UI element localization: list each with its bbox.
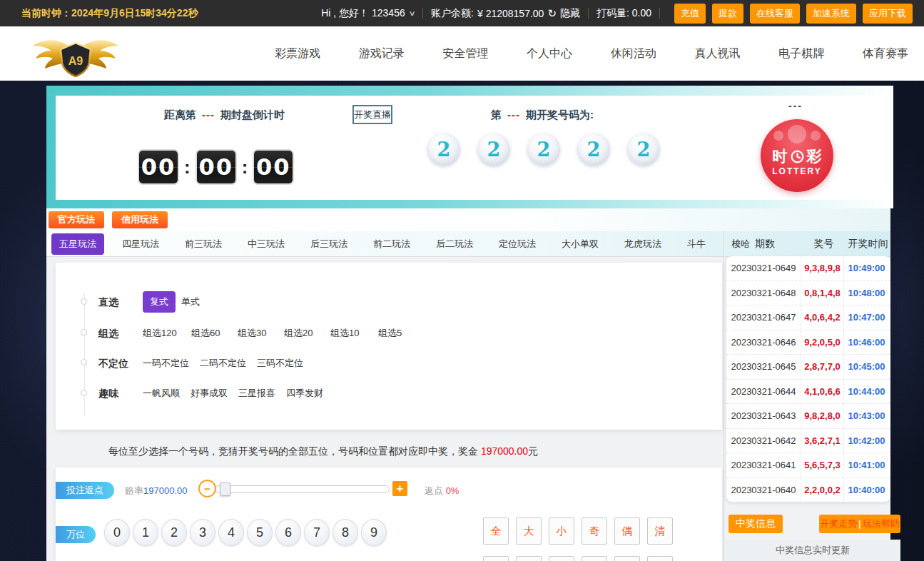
- tab-front-two[interactable]: 前二玩法: [365, 233, 418, 255]
- number-0[interactable]: 0: [104, 519, 130, 546]
- option-one-code[interactable]: 一码不定位: [143, 353, 189, 374]
- help-label[interactable]: 玩法帮助: [863, 518, 900, 529]
- tab-strip: 五星玩法 四星玩法 前三玩法 中三玩法 后三玩法 前二玩法 后二玩法 定位玩法 …: [46, 231, 890, 257]
- option-compound[interactable]: 复式: [143, 291, 176, 313]
- number-7[interactable]: 7: [304, 519, 330, 546]
- option-fun1[interactable]: 一帆风顺: [143, 383, 180, 404]
- quick-button-next-row[interactable]: [549, 556, 574, 561]
- hide-balance-toggle[interactable]: 隐藏: [560, 7, 580, 20]
- play-type-tabs: 五星玩法 四星玩法 前三玩法 中三玩法 后三玩法 前二玩法 后二玩法 定位玩法 …: [51, 231, 768, 256]
- slider-handle[interactable]: [220, 482, 230, 496]
- option-combo30[interactable]: 组选30: [238, 323, 266, 344]
- select-even-button[interactable]: 偶: [614, 517, 640, 545]
- odds-slider[interactable]: [215, 485, 390, 493]
- customer-service-button[interactable]: 在线客服: [750, 4, 800, 24]
- select-all-button[interactable]: 全: [483, 517, 509, 545]
- number-5[interactable]: 5: [247, 519, 273, 546]
- withdraw-button[interactable]: 提款: [712, 4, 743, 24]
- option-two-code[interactable]: 二码不定位: [200, 353, 246, 374]
- number-3[interactable]: 3: [190, 519, 215, 546]
- select-big-button[interactable]: 大: [516, 517, 542, 545]
- clear-button[interactable]: 清: [647, 517, 673, 545]
- select-odd-button[interactable]: 奇: [582, 517, 607, 545]
- quick-button-next-row[interactable]: [483, 556, 509, 561]
- nav-board-games[interactable]: 电子棋牌: [778, 46, 824, 61]
- select-small-button[interactable]: 小: [549, 517, 574, 545]
- option-combo60[interactable]: 组选60: [191, 323, 220, 344]
- table-row[interactable]: 20230321-06499,3,8,9,810:49:00: [726, 256, 890, 281]
- option-fun4[interactable]: 四季发财: [286, 383, 323, 404]
- table-row[interactable]: 20230321-06452,8,7,7,010:45:00: [726, 355, 890, 380]
- tab-four-star[interactable]: 四星玩法: [114, 233, 167, 255]
- group-straight: 直选 复式 单式: [56, 291, 722, 313]
- quick-button-next-row[interactable]: [582, 556, 607, 561]
- draw-ball: 2: [577, 133, 610, 166]
- speedup-button[interactable]: 加速系统: [806, 4, 856, 24]
- lottery-banner: 距离第---期封盘倒计时 开奖直播 00 : 00 : 00 第---期开奖号码…: [46, 86, 893, 208]
- option-combo120[interactable]: 组选120: [143, 323, 177, 344]
- user-greeting[interactable]: Hi , 您好！ 123456 ∨: [321, 7, 415, 20]
- table-row[interactable]: 20230321-06469,2,0,5,010:46:00: [726, 330, 890, 355]
- refresh-icon[interactable]: ↻: [547, 7, 557, 20]
- option-combo10[interactable]: 组选10: [330, 323, 359, 344]
- logo-bubble: [811, 131, 821, 141]
- recharge-button[interactable]: 充值: [674, 4, 706, 24]
- draw-ball: 2: [427, 133, 460, 166]
- official-play-button[interactable]: 官方玩法: [49, 211, 104, 228]
- draw-ball: 2: [527, 133, 560, 166]
- nav-leisure-activities[interactable]: 休闲活动: [611, 46, 656, 61]
- play-description: 每位至少选择一个号码，竞猜开奖号码的全部五位，号码和位置都对应即中奖，奖金 19…: [108, 445, 538, 458]
- odds-plus-button[interactable]: +: [392, 481, 407, 496]
- option-single[interactable]: 单式: [181, 291, 200, 313]
- rebate-display: 返点 0%: [425, 485, 459, 497]
- table-row[interactable]: 20230321-06439,8,2,8,010:43:00: [726, 404, 890, 429]
- win-info-button[interactable]: 中奖信息: [728, 515, 783, 533]
- nav-security[interactable]: 安全管理: [442, 46, 488, 61]
- table-row[interactable]: 20230321-06444,1,0,6,610:44:00: [726, 380, 890, 405]
- nav-lottery-games[interactable]: 彩票游戏: [275, 46, 320, 61]
- number-6[interactable]: 6: [275, 519, 301, 546]
- nav-live-video[interactable]: 真人视讯: [695, 46, 741, 61]
- tab-dragon-tiger[interactable]: 龙虎玩法: [616, 233, 669, 255]
- draw-result-title: 第---期开奖号码为:: [491, 108, 594, 122]
- table-row[interactable]: 20230321-06474,0,6,4,210:47:00: [726, 305, 890, 330]
- tab-back-three[interactable]: 后三玩法: [303, 233, 355, 255]
- separator: |: [858, 518, 860, 529]
- nav-sports[interactable]: 体育赛事: [863, 46, 908, 61]
- live-draw-button[interactable]: 开奖直播: [352, 105, 392, 124]
- number-1[interactable]: 1: [133, 519, 158, 546]
- nav-game-records[interactable]: 游戏记录: [359, 46, 405, 61]
- trend-help-button[interactable]: 开奖走势|玩法帮助: [819, 515, 900, 533]
- tab-middle-three[interactable]: 中三玩法: [240, 233, 293, 255]
- table-row[interactable]: 20230321-06423,6,2,7,110:42:00: [726, 429, 890, 454]
- number-4[interactable]: 4: [218, 519, 244, 546]
- option-combo20[interactable]: 组选20: [284, 323, 313, 344]
- app-download-button[interactable]: 应用下载: [863, 4, 913, 24]
- tab-back-two[interactable]: 后二玩法: [428, 233, 481, 255]
- quick-button-next-row[interactable]: [647, 556, 673, 561]
- number-9[interactable]: 9: [361, 519, 387, 546]
- option-three-code[interactable]: 三码不定位: [257, 353, 303, 374]
- table-row[interactable]: 20230321-06480,8,1,4,810:48:00: [726, 281, 890, 306]
- quick-button-next-row[interactable]: [516, 556, 542, 561]
- tab-five-star[interactable]: 五星玩法: [51, 233, 104, 255]
- table-row[interactable]: 20230321-06415,6,5,7,310:41:00: [726, 453, 890, 478]
- number-2[interactable]: 2: [161, 519, 187, 546]
- trend-label[interactable]: 开奖走势: [820, 518, 857, 529]
- table-row[interactable]: 20230321-06402,2,0,0,210:40:00: [726, 478, 890, 502]
- number-8[interactable]: 8: [332, 519, 358, 546]
- odds-minus-button[interactable]: −: [198, 480, 216, 497]
- tab-big-small-odd-even[interactable]: 大小单双: [554, 233, 606, 255]
- tab-front-three[interactable]: 前三玩法: [177, 233, 230, 255]
- main-menu: 彩票游戏 游戏记录 安全管理 个人中心 休闲活动 真人视讯 电子棋牌 体育赛事: [275, 26, 908, 81]
- option-combo5[interactable]: 组选5: [378, 323, 402, 344]
- option-fun2[interactable]: 好事成双: [191, 383, 228, 404]
- nav-personal-center[interactable]: 个人中心: [527, 46, 572, 61]
- quick-button-next-row[interactable]: [614, 556, 640, 561]
- site-logo[interactable]: A9: [29, 31, 123, 77]
- option-fun3[interactable]: 三星报喜: [238, 383, 275, 404]
- credit-play-button[interactable]: 信用玩法: [112, 211, 168, 228]
- countdown-title: 距离第---期封盘倒计时: [164, 108, 285, 122]
- tab-position[interactable]: 定位玩法: [491, 233, 544, 255]
- tab-bull[interactable]: 斗牛: [679, 233, 714, 255]
